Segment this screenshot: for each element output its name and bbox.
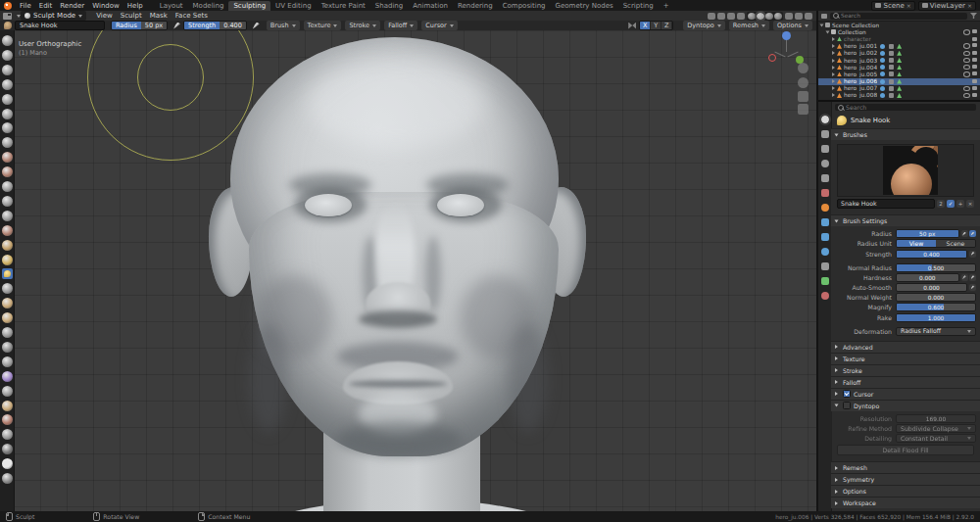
tool-slide-relax[interactable] [2, 342, 13, 353]
disable-render-icon[interactable] [972, 43, 977, 47]
brush-name-field[interactable]: Snake Hook [837, 199, 935, 209]
workspace-tab-rendering[interactable]: Rendering [453, 1, 498, 11]
segment-view[interactable]: View [897, 240, 936, 247]
popover-dyntopo[interactable]: Dyntopo [683, 21, 725, 30]
unlink-brush-icon[interactable]: × [966, 200, 974, 208]
outliner-row[interactable]: character [818, 35, 980, 42]
menu-file[interactable]: File [16, 2, 35, 10]
properties-tab-modifiers[interactable] [821, 218, 829, 226]
modifier-wrench-icon[interactable] [880, 79, 885, 84]
modifier-wrench-icon[interactable] [880, 44, 885, 49]
toggle-xray-icon[interactable] [805, 13, 812, 20]
outliner-row[interactable]: Scene Collection [818, 22, 980, 28]
texture-paint-icon[interactable] [889, 51, 894, 56]
menu-edit[interactable]: Edit [35, 2, 57, 10]
mesh-data-icon[interactable] [897, 44, 902, 49]
popover-falloff[interactable]: Falloff [384, 21, 417, 30]
properties-tab-world[interactable] [821, 189, 829, 197]
viewport-menu-face-sets[interactable]: Face Sets [172, 12, 212, 20]
pressure-icon[interactable] [961, 230, 968, 237]
properties-tab-output[interactable] [821, 145, 829, 153]
workspace-tab-uv-editing[interactable]: UV Editing [270, 1, 317, 11]
pressure-size-toggle-icon[interactable] [969, 230, 976, 237]
outliner-row[interactable]: hero_ju.005 [818, 71, 980, 77]
panel-header-cursor[interactable]: Cursor [831, 388, 980, 400]
shading-solid-icon[interactable] [757, 13, 764, 20]
blender-logo-icon[interactable] [4, 2, 12, 10]
tool-layer[interactable] [2, 94, 13, 105]
segment-scene[interactable]: Scene [936, 240, 975, 247]
unlink-scene-icon[interactable]: × [906, 3, 911, 9]
show-gizmo-icon[interactable] [795, 13, 803, 20]
gizmo-z-axis[interactable] [782, 31, 791, 40]
texture-paint-icon[interactable] [889, 58, 894, 63]
disable-render-icon[interactable] [972, 29, 977, 33]
brush-name-display[interactable]: Snake Hook [15, 21, 105, 30]
tool-smooth[interactable] [2, 152, 13, 163]
modifier-wrench-icon[interactable] [880, 86, 885, 91]
hide-viewport-icon[interactable] [963, 93, 970, 99]
mesh-data-icon[interactable] [897, 93, 902, 98]
modifier-wrench-icon[interactable] [880, 65, 885, 70]
properties-search[interactable]: Search [835, 104, 976, 111]
properties-tab-object-data[interactable] [821, 277, 829, 285]
tool-pose[interactable] [2, 298, 13, 308]
disclosure-icon[interactable] [832, 51, 835, 55]
shading-material-icon[interactable] [765, 13, 773, 20]
outliner-row[interactable]: hero_ju.007 [818, 85, 980, 92]
workspace-tab-scripting[interactable]: Scripting [618, 1, 659, 11]
modifier-wrench-icon[interactable] [880, 58, 885, 63]
pan-hand-icon[interactable] [798, 77, 808, 88]
tool-clay-strips[interactable] [2, 79, 13, 90]
cursor-checkbox[interactable] [843, 390, 851, 398]
pressure-icon[interactable] [969, 284, 976, 291]
disclosure-icon[interactable] [832, 37, 835, 41]
tool-elastic-deform[interactable] [2, 255, 13, 265]
filter-icon[interactable] [970, 13, 977, 19]
tool-nudge[interactable] [2, 312, 13, 323]
panel-divider[interactable] [816, 11, 818, 511]
properties-tab-object[interactable] [821, 204, 829, 212]
tool-cloth[interactable] [2, 371, 13, 382]
dropdown-detailing[interactable]: Constant Detail [896, 434, 976, 443]
menu-render[interactable]: Render [56, 2, 88, 10]
outliner-display-mode-icon[interactable] [821, 14, 827, 19]
tool-flatten[interactable] [2, 166, 13, 177]
slider-resolution[interactable]: 169.00 [896, 414, 976, 423]
properties-tab-view-layer[interactable] [821, 160, 829, 167]
tool-boundary[interactable] [2, 356, 13, 367]
properties-tab-particles[interactable] [821, 233, 829, 241]
panel-header-remesh[interactable]: Remesh [831, 461, 980, 473]
disable-render-icon[interactable] [972, 86, 977, 90]
tool-draw-sharp[interactable] [2, 50, 13, 61]
texture-paint-icon[interactable] [889, 93, 894, 98]
unlink-view-layer-icon[interactable]: × [967, 3, 972, 9]
properties-tab-render[interactable] [821, 130, 829, 138]
workspace-tab-modeling[interactable]: Modeling [188, 1, 229, 11]
hide-viewport-icon[interactable] [963, 43, 970, 49]
disclosure-icon[interactable] [832, 44, 835, 48]
tool-box-mask[interactable] [2, 444, 13, 454]
viewport-menu-sculpt[interactable]: Sculpt [117, 12, 146, 20]
disable-render-icon[interactable] [972, 79, 977, 83]
texture-paint-icon[interactable] [889, 71, 894, 76]
annotate-pen-icon[interactable] [737, 13, 745, 20]
properties-tab-scene[interactable] [821, 174, 829, 182]
texture-paint-icon[interactable] [889, 65, 894, 70]
slider-normal-weight[interactable]: 0.000 [896, 293, 976, 302]
panel-header-advanced[interactable]: Advanced [831, 341, 980, 353]
shading-wireframe-icon[interactable] [748, 13, 756, 20]
popover-remesh[interactable]: Remesh [729, 21, 769, 30]
properties-tab-active-tool[interactable] [821, 116, 829, 123]
tool-rotate[interactable] [2, 327, 13, 338]
workspace-tab-texture-paint[interactable]: Texture Paint [317, 1, 370, 11]
mesh-data-icon[interactable] [897, 79, 902, 84]
new-brush-icon[interactable]: + [956, 200, 964, 208]
disclosure-icon[interactable] [832, 72, 835, 76]
disable-render-icon[interactable] [972, 58, 977, 62]
strength-slider[interactable]: Strength 0.400 [183, 21, 247, 30]
brush-users-count[interactable]: 2 [937, 200, 945, 208]
workspace-tab-geometry-nodes[interactable]: Geometry Nodes [551, 1, 618, 11]
range-icon[interactable] [961, 274, 968, 281]
zoom-icon[interactable] [798, 63, 808, 73]
